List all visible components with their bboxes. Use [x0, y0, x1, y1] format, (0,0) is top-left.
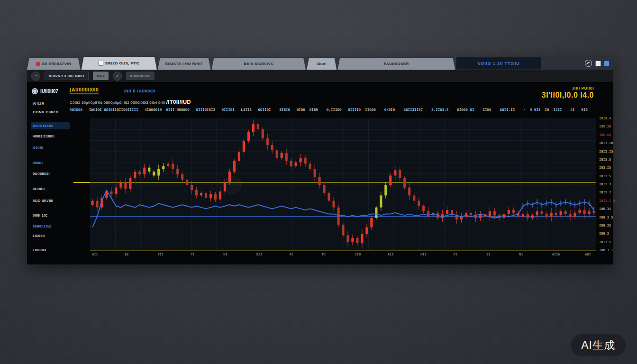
- x-axis-label: A0I: [585, 253, 591, 256]
- x-axis-label: AII: [92, 253, 98, 256]
- window-restore-icon[interactable]: [595, 61, 601, 66]
- extension-icon[interactable]: [604, 61, 609, 66]
- globe-icon: [32, 88, 38, 94]
- x-axis: AII6IFII7INI0II4IFIII0AIINIIFI3INIAIIbA0…: [90, 253, 596, 258]
- x-axis-label: FI: [454, 253, 457, 256]
- y-axis-label: 300.00: [599, 133, 611, 137]
- candlestick-chart: [90, 118, 596, 251]
- trading-terminal-window: SE ERIIIIATVIN SII82O OUS, FTIC EISISTE …: [27, 57, 613, 264]
- sidebar-item-percent[interactable]: 00II0II1%2: [31, 223, 70, 230]
- x-axis-label: II0: [355, 253, 361, 256]
- tab-history[interactable]: EISISTE I HO RIHIT: [158, 58, 211, 70]
- x-axis-label: 7I: [191, 253, 194, 256]
- sidebar-subtitle-1: WII2R: [33, 101, 45, 106]
- sidebar-item-limits[interactable]: LIIII0II3: [31, 246, 70, 254]
- confirm-check-icon[interactable]: ✓: [113, 72, 122, 81]
- brand: IUII0II07: [32, 88, 58, 94]
- tab-label: SE ERIIIIATVIN: [42, 62, 71, 66]
- timeframe-dropdown[interactable]: DO7: [93, 72, 109, 80]
- y-axis: I0I4.4I00.I6300.00I0I3.I8I0I3.I5I0I3.5I0…: [598, 117, 612, 253]
- x-axis-label: 3I: [486, 253, 490, 256]
- sidebar-item-comdty[interactable]: 0OIIIIC: [31, 185, 70, 192]
- toolbar: ◔ bIIIVV3 3 8IILNI0D DO7 ✓ I0n0nII0n3: [27, 70, 613, 82]
- ai-watermark: AI生成: [571, 334, 626, 356]
- sidebar-item-bonds[interactable]: B0II0 IIIX0V: [31, 122, 70, 129]
- tab-label: EISISTE I HO RIHIT: [165, 62, 203, 66]
- y-axis-label: I0I3.I 8: [599, 199, 615, 203]
- price-caption: JIIII PUII0I: [572, 86, 594, 91]
- sync-icon[interactable]: ◔: [31, 72, 40, 81]
- sidebar-item-futures[interactable]: 0UII0IIII2I: [31, 170, 70, 177]
- tab-sandbox[interactable]: FAUIIBOXER: [337, 58, 455, 70]
- subtitle-text: C0III2 30pII0pII'II6 0IIII0p0p0I III2 0I…: [70, 100, 166, 105]
- sidebar-subtitle-2: CONV C3IIerI: [33, 110, 59, 114]
- y-axis-label: I00.3 I: [599, 248, 613, 252]
- x-axis-label: NI: [519, 253, 523, 256]
- document-icon: [99, 61, 103, 66]
- tab-label: FAUIIBOXER: [384, 62, 409, 66]
- y-axis-label: I0II.3: [599, 182, 611, 186]
- x-axis-label: 4I: [289, 253, 293, 256]
- sidebar-item-ledger[interactable]: L02I3II: [31, 232, 70, 239]
- sidebar-item-oil[interactable]: 0IIIII 1IC: [31, 212, 70, 219]
- tab-label: SII82O OUS, FTIC: [105, 61, 140, 65]
- sidebar-item-500[interactable]: 5OO IIIIVIIII: [31, 197, 70, 204]
- tab-beta[interactable]: BEIA SIDEIIIVC: [212, 58, 306, 70]
- tab-mini[interactable]: I3un!: [307, 58, 337, 70]
- x-axis-label: NI: [223, 253, 227, 256]
- instrument-subtitle: C0III2 30pII0pII'II6 0IIII0p0p0I III2 0I…: [70, 99, 191, 105]
- x-axis-label: AIIb: [552, 253, 560, 256]
- trading-app: IUII0II07 WII2R CONV C3IIerI B0II0 IIIX0…: [27, 82, 613, 264]
- address-tab[interactable]: NOIIO 1 3II TT3IIU: [456, 57, 541, 70]
- y-axis-label: I00.3.5: [599, 216, 613, 219]
- y-axis-label: I0I3.I8: [599, 141, 613, 145]
- y-axis-label: I0I4.4: [599, 117, 611, 120]
- tab-label: BEIA SIDEIIIVC: [244, 62, 273, 66]
- x-axis-label: 6I: [125, 253, 128, 256]
- y-axis-label: I00.35: [599, 207, 611, 211]
- chart-area[interactable]: [90, 118, 596, 251]
- tab-label: I3un!: [317, 62, 327, 66]
- tab-favicon-icon: [36, 62, 40, 66]
- y-axis-label: I0I3.I5: [599, 150, 613, 154]
- quote-strip: 50I000 IWOI0I 00I0II0II00IIIII 4I000019 …: [70, 108, 605, 112]
- sidebar-item-allocation[interactable]: 4III03I23II0II: [31, 133, 70, 140]
- last-price: 3I'II0I,I0.0 I4.0: [542, 91, 594, 100]
- browser-tab-bar: SE ERIIIIATVIN SII82O OUS, FTIC EISISTE …: [27, 57, 613, 70]
- brand-label: IUII0II07: [40, 89, 58, 94]
- y-axis-label: I00.3: [599, 232, 609, 236]
- y-axis-label: I0I3.5: [599, 174, 611, 178]
- window-controls: [541, 57, 613, 70]
- tab-active[interactable]: SII82O OUS, FTIC: [82, 57, 157, 70]
- y-axis-label: I03.I5: [599, 166, 611, 170]
- x-axis-label: 0II: [256, 253, 263, 256]
- x-axis-label: FII: [158, 253, 164, 256]
- sidebar-item-audio[interactable]: A0III0: [31, 144, 70, 151]
- x-axis-label: FI: [322, 253, 326, 256]
- y-axis-label: I0I3.I: [599, 191, 611, 194]
- address-text: NOIIO 1 3II TT3IIU: [477, 61, 519, 66]
- account-button[interactable]: bIIIVV3 3 8IILNI0D: [45, 72, 89, 80]
- y-axis-label: I00.35: [599, 224, 611, 228]
- symbol-pair: /IT0II/IUD: [166, 99, 191, 105]
- x-axis-label: NII: [420, 253, 427, 256]
- yellow-line-extension: [73, 182, 90, 183]
- y-axis-label: I0I3.5: [599, 158, 611, 162]
- tab-terminal[interactable]: SE ERIIIIATVIN: [27, 58, 81, 70]
- desktop-background: SE ERIIIIATVIN SII82O OUS, FTIC EISISTE …: [0, 0, 637, 364]
- account-link[interactable]: 8III 8 IA000OI: [124, 88, 155, 93]
- x-axis-label: AII: [388, 253, 394, 256]
- options-button[interactable]: I0n0nII0n3: [126, 72, 154, 80]
- y-axis-label: I0I3.5: [599, 240, 611, 244]
- sidebar-item-options[interactable]: 0II0II): [31, 159, 70, 166]
- edit-circle-icon[interactable]: [585, 60, 592, 67]
- y-axis-label: I00.I6: [599, 125, 611, 128]
- market-tab[interactable]: (AII0II0II0I0: [70, 87, 99, 94]
